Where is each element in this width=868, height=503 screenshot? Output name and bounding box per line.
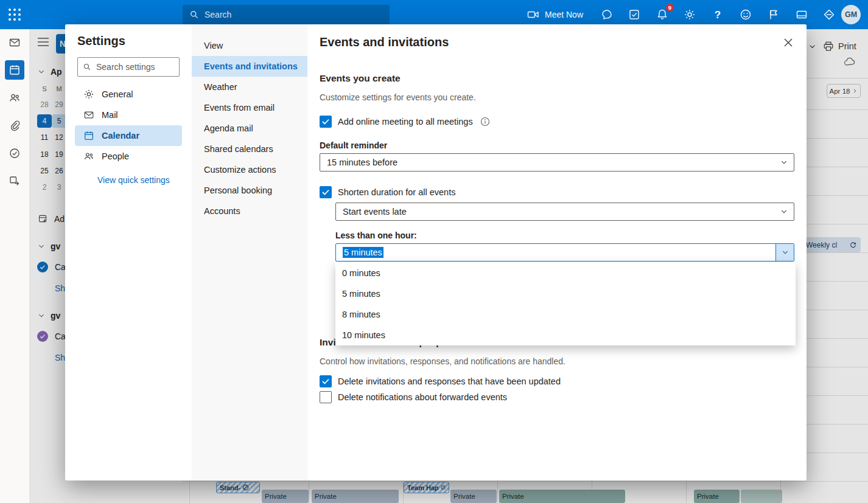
search-icon: [83, 63, 91, 71]
app-launcher-button[interactable]: [0, 0, 29, 29]
search-icon: [189, 10, 199, 19]
gear-icon: [684, 9, 696, 21]
invitations-description: Control how invitations, responses, and …: [320, 356, 565, 366]
search-bar[interactable]: [183, 5, 390, 24]
more-apps-icon: [9, 175, 21, 187]
teams-chat-button[interactable]: [597, 5, 617, 24]
rail-todo-button[interactable]: [0, 144, 29, 163]
select-value: 15 minutes before: [327, 158, 397, 167]
reading-pane-icon: [796, 9, 808, 21]
checkbox-label: Delete invitations and responses that ha…: [338, 376, 561, 386]
rail-mail-button[interactable]: [0, 33, 29, 52]
outlook-screen: Meet Now 9 ? GM: [0, 0, 868, 503]
selected-text: 5 minutes: [343, 247, 383, 258]
video-camera-icon: [527, 9, 539, 21]
default-reminder-select[interactable]: 15 minutes before: [320, 153, 794, 172]
waffle-icon: [9, 9, 21, 21]
delete-updated-checkbox[interactable]: [320, 375, 332, 387]
checkbox-label: Delete notifications about forwarded eve…: [338, 392, 507, 402]
events-you-create-description: Customize settings for events you create…: [320, 92, 476, 102]
select-value: Start events late: [343, 207, 407, 217]
calendar-icon: [83, 130, 94, 141]
rail-people-button[interactable]: [0, 88, 29, 108]
smiley-icon: [740, 9, 752, 21]
view-quick-settings-link[interactable]: View quick settings: [97, 175, 170, 185]
app-rail: [0, 29, 29, 503]
settings-content-panel: Events and invitations Events you create…: [307, 24, 807, 480]
settings-dialog: Settings General Mail Calendar: [65, 24, 807, 480]
delete-updated-checkbox-row[interactable]: Delete invitations and responses that ha…: [320, 375, 561, 387]
reading-pane-button[interactable]: [792, 5, 811, 24]
settings-search-box[interactable]: [77, 57, 180, 77]
events-you-create-heading: Events you create: [320, 73, 401, 84]
subnav-events-and-invitations[interactable]: Events and invitations: [192, 56, 307, 77]
task-check-icon: [628, 9, 640, 21]
diamond-icon: [823, 9, 835, 21]
shorten-mode-select[interactable]: Start events late: [335, 203, 794, 221]
settings-nav-general[interactable]: General: [75, 84, 182, 105]
people-icon: [83, 151, 94, 162]
combobox-dropdown-button[interactable]: [775, 244, 794, 261]
paperclip-icon: [9, 120, 21, 132]
shorten-duration-checkbox[interactable]: [320, 186, 332, 198]
subnav-weather[interactable]: Weather: [192, 77, 307, 97]
settings-nav-people[interactable]: People: [75, 146, 182, 167]
flag-icon: [768, 9, 780, 21]
account-avatar[interactable]: GM: [841, 5, 861, 24]
delete-forwarded-checkbox-row[interactable]: Delete notifications about forwarded eve…: [320, 391, 507, 403]
search-input[interactable]: [205, 10, 383, 19]
option-8-minutes[interactable]: 8 minutes: [335, 304, 796, 325]
page-title: Events and invitations: [320, 35, 449, 49]
close-icon: [784, 38, 793, 47]
subnav-customize-actions[interactable]: Customize actions: [192, 159, 307, 180]
whats-new-button[interactable]: [764, 5, 783, 24]
settings-nav-calendar[interactable]: Calendar: [75, 125, 182, 146]
less-than-one-hour-label: Less than one hour:: [335, 231, 417, 240]
option-5-minutes[interactable]: 5 minutes: [335, 283, 796, 304]
subnav-accoun­ts[interactable]: Accounts: [192, 201, 307, 221]
premium-button[interactable]: [819, 5, 839, 24]
delete-forwarded-checkbox[interactable]: [320, 391, 332, 403]
gear-icon: [83, 89, 94, 100]
chevron-down-icon: [782, 249, 789, 256]
meet-now-label: Meet Now: [545, 10, 583, 19]
settings-subnav-panel: View Events and invitations Weather Even…: [192, 24, 307, 480]
nav-label: Calendar: [102, 131, 139, 140]
subnav-personal-booking[interactable]: Personal booking: [192, 180, 307, 201]
nav-label: General: [102, 89, 133, 99]
settings-nav-list: General Mail Calendar People: [65, 84, 192, 167]
less-than-one-hour-combobox[interactable]: 5 minutes: [335, 243, 794, 262]
notifications-button[interactable]: 9: [653, 5, 672, 24]
shorten-duration-checkbox-row[interactable]: Shorten duration for all events: [320, 186, 455, 198]
close-button[interactable]: [779, 33, 798, 52]
default-reminder-label: Default reminder: [320, 140, 387, 150]
subnav-shared-calendars[interactable]: Shared calendars: [192, 139, 307, 159]
settings-search-input[interactable]: [96, 62, 174, 72]
rail-files-button[interactable]: [0, 116, 29, 136]
nav-label: People: [102, 151, 129, 161]
feedback-button[interactable]: [736, 5, 755, 24]
tasks-button[interactable]: [625, 5, 644, 24]
settings-nav-panel: Settings General Mail Calendar: [65, 24, 192, 480]
subnav-view[interactable]: View: [192, 35, 307, 56]
option-0-minutes[interactable]: 0 minutes: [335, 263, 796, 283]
online-meeting-checkbox[interactable]: [320, 116, 332, 128]
notification-badge: 9: [665, 3, 674, 12]
chevron-down-icon: [780, 208, 788, 215]
combobox-text: 5 minutes: [336, 244, 775, 261]
duration-options-listbox: 0 minutes 5 minutes 8 minutes 10 minutes: [335, 262, 796, 345]
settings-nav-mail[interactable]: Mail: [75, 105, 182, 125]
rail-calendar-button[interactable]: [5, 60, 24, 80]
mail-icon: [9, 36, 21, 49]
checkbox-label: Add online meeting to all meetings: [338, 117, 473, 127]
subnav-agenda-mail[interactable]: Agenda mail: [192, 118, 307, 139]
option-10-minutes[interactable]: 10 minutes: [335, 325, 796, 345]
people-icon: [9, 92, 21, 104]
chevron-down-icon: [780, 159, 788, 166]
subnav-events-from-email[interactable]: Events from email: [192, 97, 307, 118]
help-button[interactable]: ?: [708, 5, 727, 24]
rail-more-apps-button[interactable]: [0, 172, 29, 191]
settings-button[interactable]: [680, 5, 699, 24]
info-icon[interactable]: [480, 117, 490, 127]
online-meeting-checkbox-row[interactable]: Add online meeting to all meetings: [320, 116, 490, 128]
